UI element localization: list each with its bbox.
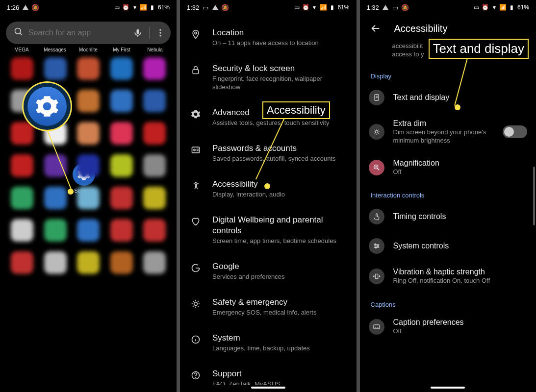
app-tile[interactable]	[77, 90, 100, 112]
item-title: Accessibility	[212, 179, 349, 190]
search-icon	[14, 27, 24, 39]
item-sub: Services and preferences	[212, 273, 349, 281]
settings-item-help[interactable]: Support FAQ, ZenTalk, MyASUS	[180, 361, 357, 385]
search-bar[interactable]	[6, 22, 171, 44]
app-tile[interactable]	[110, 122, 133, 145]
app-tile[interactable]	[110, 251, 133, 274]
alert-icon	[22, 4, 29, 11]
app-tile[interactable]	[143, 187, 166, 209]
app-tile[interactable]	[44, 187, 67, 209]
app-row	[0, 117, 177, 149]
google-icon	[190, 262, 202, 274]
app-tile[interactable]	[143, 57, 166, 80]
more-icon[interactable]	[154, 24, 167, 42]
app-tile[interactable]	[44, 219, 67, 242]
app-row	[0, 182, 177, 214]
app-tile[interactable]	[143, 90, 166, 112]
app-tile[interactable]	[77, 154, 100, 177]
svg-point-6	[160, 35, 161, 36]
search-input[interactable]	[28, 28, 127, 37]
app-grid[interactable]: Settings	[0, 52, 177, 392]
gear-icon	[35, 94, 59, 119]
status-bar: 1:26 🔕 ▭ ⏰ ▾ 📶 ▮ 61%	[0, 0, 177, 15]
app-tile[interactable]	[77, 187, 100, 209]
info-icon	[190, 334, 202, 345]
settings-item-emergency[interactable]: Safety & emergency Emergency SOS, medica…	[180, 289, 357, 325]
nav-bar[interactable]	[180, 385, 357, 392]
settings-item-location[interactable]: Location On – 11 apps have access to loc…	[180, 20, 357, 55]
lock-icon	[190, 64, 202, 76]
app-tile[interactable]	[77, 219, 100, 242]
wifi-icon: ▾	[131, 4, 138, 11]
alert-icon	[382, 4, 389, 11]
svg-line-1	[20, 33, 22, 35]
svg-point-5	[160, 32, 161, 33]
a11y-list[interactable]: Display Text and display Extra dim Dim s…	[360, 59, 536, 385]
item-title: Extra dim	[393, 119, 494, 128]
app-tile[interactable]	[110, 57, 133, 80]
section-header-captions: Captions	[360, 292, 536, 311]
a11y-item-vibrate[interactable]: Vibration & haptic strength Ring Off, no…	[360, 261, 536, 292]
app-tile[interactable]	[11, 187, 33, 209]
app-tile[interactable]	[143, 251, 166, 274]
a11y-item-zoom[interactable]: Magnification Off	[360, 152, 536, 183]
item-sub: Screen time, app timers, bedtime schedul…	[212, 237, 349, 245]
app-tile[interactable]	[11, 251, 33, 274]
gear-icon	[190, 108, 202, 120]
wifi-icon: ▾	[311, 4, 318, 11]
a11y-item-tune[interactable]: System controls	[360, 231, 536, 261]
a11y-item-brightness[interactable]: Extra dim Dim screen beyond your phone's…	[360, 112, 536, 152]
settings-item-heart[interactable]: Digital Wellbeing and parental controls …	[180, 207, 357, 253]
app-tile[interactable]	[143, 122, 166, 145]
app-tile[interactable]	[11, 57, 33, 80]
app-tile[interactable]	[110, 154, 133, 177]
tune-icon	[369, 238, 384, 254]
svg-point-31	[377, 245, 379, 247]
item-sub: On – 11 apps have access to location	[212, 39, 349, 48]
settings-callout-circle	[23, 82, 72, 131]
battery-pct: 61%	[337, 4, 349, 11]
text-icon	[369, 90, 384, 105]
image-icon: ▭	[392, 4, 399, 11]
scrollbar[interactable]	[533, 167, 535, 225]
svg-rect-8	[193, 70, 199, 74]
item-sub: Languages, time, backup, updates	[212, 344, 349, 353]
app-tile[interactable]	[44, 57, 67, 80]
settings-item-lock[interactable]: Security & lock screen Fingerprint, face…	[180, 55, 357, 99]
alert-icon	[212, 4, 219, 11]
a11y-item-touch[interactable]: Timing controls	[360, 202, 536, 231]
settings-list[interactable]: Location On – 11 apps have access to loc…	[180, 15, 357, 385]
app-tile[interactable]	[110, 187, 133, 209]
item-title: System	[212, 333, 349, 343]
a11y-item-text[interactable]: Text and display	[360, 83, 536, 112]
mic-icon[interactable]	[131, 24, 144, 42]
location-icon	[190, 28, 202, 40]
app-tile[interactable]	[11, 219, 33, 242]
app-tile[interactable]	[110, 219, 133, 242]
app-tile[interactable]	[44, 154, 67, 177]
a11y-item-caption[interactable]: Caption preferences Off	[360, 311, 536, 343]
app-tile[interactable]	[143, 154, 166, 177]
back-icon[interactable]	[367, 20, 384, 37]
app-row	[0, 246, 177, 279]
item-sub: FAQ, ZenTalk, MyASUS	[212, 380, 349, 385]
app-tile[interactable]	[44, 251, 67, 274]
nav-bar[interactable]	[360, 385, 536, 392]
item-title: Digital Wellbeing and parental controls	[212, 215, 349, 236]
app-tile[interactable]	[77, 57, 100, 80]
app-tile[interactable]	[11, 154, 33, 177]
app-tile[interactable]	[77, 251, 100, 274]
settings-item-info[interactable]: System Languages, time, backup, updates	[180, 325, 357, 361]
svg-point-7	[195, 32, 197, 34]
battery-pct: 61%	[517, 4, 529, 11]
toggle[interactable]	[503, 125, 527, 138]
app-tile[interactable]	[77, 122, 100, 145]
battery-icon: ▮	[509, 4, 515, 11]
caption-icon	[369, 319, 384, 335]
app-tile[interactable]	[110, 90, 133, 112]
item-title: Safety & emergency	[212, 297, 349, 308]
cast-icon: ▭	[293, 4, 300, 11]
app-tile[interactable]	[143, 219, 166, 242]
app-tile[interactable]	[11, 122, 33, 145]
settings-item-google[interactable]: Google Services and preferences	[180, 253, 357, 289]
